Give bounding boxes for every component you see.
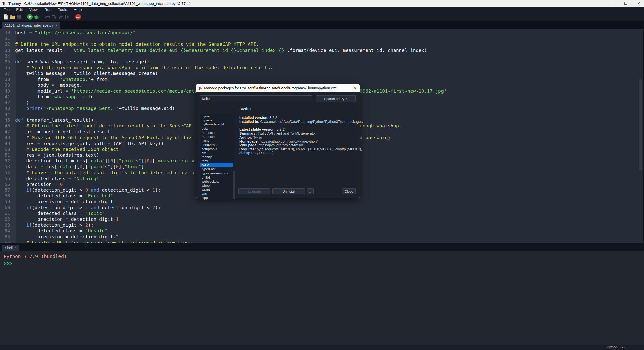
tab-a1101-whatsapp-interface[interactable]: A1101_whatsapp_interface.py × [2, 22, 60, 29]
line-number: 37 [0, 70, 13, 76]
code-line[interactable]: 59 precision = detection_digit [0, 199, 643, 204]
detail-label: Latest stable version: [239, 127, 277, 132]
package-item-requests[interactable]: requests [200, 135, 233, 139]
more-options-button[interactable]: ... [307, 188, 314, 194]
package-item-reedsolo[interactable]: reedsolo [200, 131, 233, 135]
package-item-send2trash[interactable]: send2trash [200, 143, 233, 147]
menu-view[interactable]: View [26, 7, 41, 12]
code-line[interactable]: 33get_latest_result = "view_latest_telem… [0, 47, 643, 53]
new-file-icon[interactable] [3, 14, 9, 20]
detail-value: pytz, requests (>=2.0.0), PyJWT (<3.0.0,… [257, 147, 362, 151]
code-line[interactable]: 63 if(detection_digit > 2): [0, 222, 643, 228]
detail-row: PyPI page: https://pypi.org/project/twil… [239, 143, 357, 147]
package-item-setuptools[interactable]: setuptools [200, 147, 233, 151]
upgrade-button[interactable]: Upgrade [238, 188, 270, 194]
code-line[interactable]: 36 # Send the given message via WhatsApp… [0, 65, 643, 70]
detail-link[interactable]: https://github.com/twilio/twilio-python/ [260, 139, 318, 143]
open-file-icon[interactable] [9, 14, 16, 20]
menu-run[interactable]: Run [41, 7, 55, 12]
package-item-pytz[interactable]: pytz [200, 127, 233, 131]
restore-button[interactable] [623, 1, 628, 5]
code-line[interactable]: 62 precision = detection_digit-1 [0, 216, 643, 222]
run-script-icon[interactable] [27, 14, 33, 20]
package-list-scrollbar[interactable] [233, 114, 235, 200]
code-line[interactable]: 61 detected_class = "Toxic" [0, 210, 643, 216]
code-text: if(detection_digit > 2): [13, 222, 94, 228]
package-item-typing-extensions[interactable]: typing-extensions [200, 171, 233, 176]
code-text: if(detection_digit > 1 and detection_dig… [13, 205, 161, 210]
detail-link[interactable]: https://pypi.org/project/twilio/ [258, 143, 303, 147]
line-number: 50 [0, 146, 13, 152]
code-line[interactable]: 38 from_ = 'whatsapp:'+_from, [0, 76, 643, 82]
step-over-icon[interactable] [44, 14, 51, 20]
package-item-wrapt[interactable]: wrapt [200, 188, 233, 192]
package-list-scroll-thumb[interactable] [233, 171, 235, 199]
package-item-yarl[interactable]: yarl [200, 192, 233, 196]
dialog-close-icon[interactable]: ✕ [353, 86, 357, 91]
menu-file[interactable]: File [0, 7, 13, 12]
detail-row: Homepage: https://github.com/twilio/twil… [239, 140, 357, 144]
package-item-six[interactable]: six [200, 151, 233, 155]
menu-help[interactable]: Help [70, 7, 85, 12]
resume-icon[interactable] [64, 14, 70, 20]
code-line[interactable]: 35def send_WhatsApp_message(_from, _to, … [0, 59, 643, 65]
package-item-python-dateutil[interactable]: python-dateutil [200, 122, 233, 126]
shell-pane[interactable]: Python 3.7.9 (bundled) >>> [0, 251, 644, 345]
line-number: 58 [0, 193, 13, 199]
menu-tools[interactable]: Tools [55, 7, 70, 12]
code-line[interactable]: 66 # Create a WhatsApp message from the … [0, 240, 643, 243]
line-number: 60 [0, 205, 13, 210]
package-item-scipy[interactable]: scipy [200, 139, 233, 143]
minimize-button[interactable]: – [610, 1, 615, 5]
stop-icon[interactable]: STOP [75, 14, 82, 20]
package-item-thonny[interactable]: thonny [200, 155, 233, 159]
detail-label: Homepage: [239, 139, 260, 143]
debug-script-icon[interactable] [33, 14, 40, 20]
line-number: 56 [0, 181, 13, 187]
close-dialog-button[interactable]: Close [342, 188, 356, 194]
code-line[interactable]: 32# Define the URL endpoints to obtain m… [0, 41, 643, 47]
code-text: twilio_message = twilio_client.messages.… [13, 70, 158, 76]
close-button[interactable]: ✕ [636, 1, 641, 5]
interpreter-status[interactable]: Python 3.7.9 [607, 345, 626, 349]
shell-prompt: >>> [4, 260, 644, 267]
code-text: body = _message, [13, 82, 82, 88]
tab-close-icon[interactable]: × [55, 24, 57, 27]
package-item-pynacl[interactable]: pynacl [200, 114, 233, 118]
step-out-icon[interactable] [57, 14, 64, 20]
code-text: # Convert the obtained result digits to … [13, 170, 194, 176]
editor-vertical-scrollbar[interactable] [639, 79, 642, 170]
line-number: 46 [0, 123, 13, 129]
save-file-icon[interactable] [16, 14, 22, 20]
step-into-icon[interactable] [51, 14, 57, 20]
uninstall-button[interactable]: Uninstall [272, 188, 305, 194]
line-number: 61 [0, 210, 13, 216]
search-on-pypi-button[interactable]: Search on PyPI [316, 95, 356, 102]
shell-tab-close-icon[interactable]: × [15, 246, 16, 250]
detail-link[interactable]: C:\Users\kutlu\AppData\Roaming\Python\Py… [260, 120, 363, 124]
package-item-urllib3[interactable]: urllib3 [200, 176, 233, 180]
package-item-wheel[interactable]: wheel [200, 184, 233, 188]
package-list[interactable]: pynaclpyserialpython-dateutilpytzreedsol… [200, 114, 233, 200]
code-line[interactable]: 30host = "https://sensecap.seeed.cc/open… [0, 30, 643, 35]
package-item-zipp[interactable]: zipp [200, 196, 233, 200]
code-line[interactable]: 34 [0, 53, 643, 59]
package-item-typed-ast[interactable]: typed-ast [200, 167, 233, 171]
code-line[interactable]: 64 detected_class = "Unsafe" [0, 228, 643, 234]
code-text: get_latest_result = "view_latest_telemet… [13, 47, 427, 53]
dialog-body: Search on PyPI pynaclpyserialpython-date… [196, 92, 360, 198]
package-item-toml[interactable]: toml [200, 159, 233, 163]
detail-label: Summary: [239, 131, 258, 135]
code-text [13, 35, 15, 41]
code-line[interactable]: 37 twilio_message = twilio_client.messag… [0, 70, 643, 76]
code-text: precision = detection_digit-2 [13, 234, 119, 240]
package-search-input[interactable] [200, 95, 312, 102]
tab-shell[interactable]: Shell × [2, 245, 19, 251]
code-line[interactable]: 31 [0, 35, 643, 41]
code-line[interactable]: 65 precision = detection_digit-2 [0, 234, 643, 240]
package-item-twilio[interactable]: twilio [200, 163, 233, 167]
package-item-websockets[interactable]: websockets [200, 180, 233, 184]
menu-edit[interactable]: Edit [13, 7, 26, 12]
code-line[interactable]: 60 if(detection_digit > 1 and detection_… [0, 205, 643, 210]
package-item-pyserial[interactable]: pyserial [200, 118, 233, 122]
